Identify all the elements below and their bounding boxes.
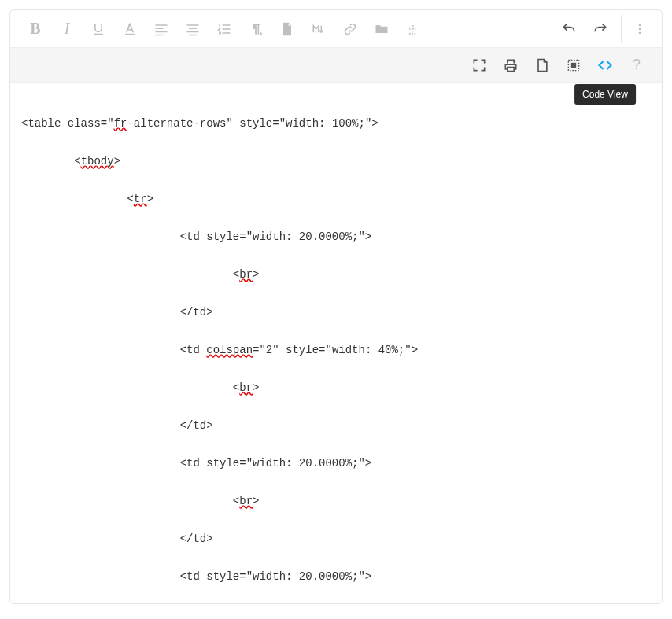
font-color-icon [122,21,138,37]
svg-point-1 [638,24,641,26]
select-all-icon [566,57,582,73]
fullscreen-button[interactable] [463,50,495,81]
align-center-icon [185,21,201,37]
align-left-button[interactable] [146,13,177,45]
align-left-icon [153,21,169,37]
code-view-icon [597,57,613,73]
font-color-button[interactable] [114,13,146,45]
code-line: <br> [21,492,651,510]
markdown-button[interactable] [303,13,334,45]
ordered-list-button[interactable] [209,13,240,45]
svg-point-3 [638,31,641,34]
plus-icon [405,21,421,37]
code-line: <tr> [21,190,651,208]
folder-icon [374,21,390,37]
code-line: <tbody> [21,152,651,171]
select-all-button[interactable] [558,50,589,81]
print-icon [503,57,519,73]
italic-button[interactable]: I [51,13,83,45]
help-button[interactable]: ? [621,50,652,81]
code-line: </td> [21,303,651,322]
svg-rect-5 [572,63,576,67]
paragraph-icon [248,21,264,37]
markdown-icon [311,21,327,37]
code-line: </td> [21,529,651,548]
toolbar-secondary: Code View ? [10,48,662,83]
code-line: <table class="fr-alternate-rows" style="… [21,114,651,133]
code-line: </td> [21,416,651,435]
ordered-list-icon [216,21,232,37]
italic-icon: I [65,20,70,38]
toolbar-main: B I [10,10,662,48]
code-line: <td colspan="2" style="width: 40%;"> [21,341,651,359]
pdf-icon [534,57,550,73]
insert-file-button[interactable] [271,13,303,45]
bold-icon: B [30,20,40,38]
link-button[interactable] [334,13,366,45]
help-icon: ? [633,57,641,73]
code-line: <br> [21,378,651,397]
bold-button[interactable]: B [20,13,51,45]
code-line: <td style="width: 20.0000%;"> [21,227,651,246]
underline-button[interactable] [83,13,114,45]
redo-button[interactable] [585,13,616,45]
underline-icon [90,21,106,37]
code-view-button[interactable]: Code View [589,50,621,81]
code-view-tooltip: Code View [574,84,636,105]
print-button[interactable] [495,50,526,81]
svg-rect-0 [125,33,135,35]
paragraph-button[interactable] [240,13,271,45]
code-editor[interactable]: <table class="fr-alternate-rows" style="… [10,83,662,603]
insert-image-button[interactable] [366,13,397,45]
code-line: <td style="width: 20.0000%;"> [21,567,651,586]
pdf-button[interactable] [526,50,558,81]
redo-icon [593,21,608,37]
more-button[interactable] [621,13,652,45]
code-line: <td style="width: 20.0000%;"> [21,454,651,473]
file-icon [279,21,295,37]
fullscreen-icon [471,57,487,73]
toolbar-main-left: B I [20,13,553,45]
toolbar-main-right [553,13,652,45]
undo-icon [561,21,577,37]
svg-point-2 [638,28,641,30]
link-icon [342,21,358,37]
insert-more-button[interactable] [397,13,429,45]
undo-button[interactable] [553,13,585,45]
align-center-button[interactable] [177,13,209,45]
more-vertical-icon [632,21,648,37]
code-line: <br> [21,265,651,284]
editor-frame: B I [9,9,663,604]
